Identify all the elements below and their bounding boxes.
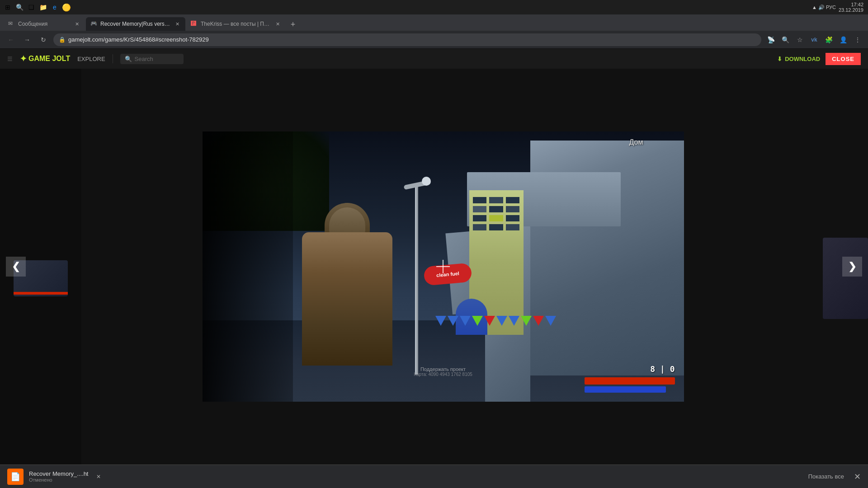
support-text-line2: Карта: 4090 4943 1762 8105 [414, 372, 472, 377]
cast-icon[interactable]: 📡 [765, 34, 777, 46]
extensions-icon[interactable]: 🧩 [823, 34, 835, 46]
address-bar: ← → ↻ 🔒 gamejolt.com/games/KrS/454868#sc… [0, 31, 868, 49]
search-icon[interactable]: 🔍 [779, 34, 791, 46]
tab-favicon-messages: ✉ [8, 20, 15, 28]
flag-blue-1 [435, 316, 446, 326]
gamejolt-navbar: ☰ ✦ GAME JOLT EXPLORE 🔍 Search ⬇ DOWNLOA… [0, 49, 868, 69]
menu-icon[interactable]: ⋮ [852, 34, 863, 46]
dom-waypoint-label: Дом [629, 138, 643, 146]
nav-menu-icon[interactable]: ☰ [7, 56, 13, 62]
taskbar-explorer[interactable]: 📁 [38, 2, 48, 12]
taskbar-left-icons: ⊞ 🔍 ❑ 📁 e 🟡 [0, 2, 74, 12]
taskbar-right: ▲ 🔊 РУС 17:42 23.12.2019 [807, 2, 868, 13]
nav-right-actions: ⬇ DOWNLOAD CLOSE [777, 53, 861, 65]
prev-arrow-button[interactable]: ❮ [6, 257, 26, 277]
left-chevron-icon: ❮ [12, 261, 20, 272]
left-dark-overlay [203, 131, 293, 402]
support-overlay: Поддержать проект Карта: 4090 4943 1762 … [414, 366, 472, 377]
forward-button[interactable]: → [21, 33, 33, 46]
support-text-line1: Поддержать проект [414, 366, 472, 372]
nav-divider [113, 54, 113, 63]
back-button[interactable]: ← [5, 33, 17, 46]
flag-blue-5 [509, 316, 519, 326]
tab-pikabu[interactable]: 🅿 TheKriss — все посты | Пикабу ✕ [186, 17, 286, 31]
tab-favicon-pikabu: 🅿 [191, 20, 198, 28]
tab-bar: ✉ Сообщения ✕ 🎮 Recover Memory|Rus versi… [0, 14, 868, 31]
url-bar[interactable]: 🔒 gamejolt.com/games/KrS/454868#screensh… [53, 33, 761, 46]
search-icon: 🔍 [125, 56, 132, 62]
flag-red-1 [484, 316, 495, 326]
download-info: Recover Memory_....ht Отменено [29, 470, 89, 483]
tab-title-recover: Recover Memory|Rus version by [100, 21, 171, 27]
flag-blue-6 [545, 316, 556, 326]
tab-close-messages[interactable]: ✕ [73, 20, 80, 28]
download-bar-close-button[interactable]: ✕ [854, 472, 861, 482]
close-button[interactable]: CLOSE [826, 53, 861, 65]
health-bar [585, 377, 675, 385]
window-lit [489, 215, 503, 221]
show-all-downloads-button[interactable]: Показать все [808, 473, 844, 480]
tab-recover-memory[interactable]: 🎮 Recover Memory|Rus version by ✕ [86, 17, 185, 31]
window [473, 224, 487, 230]
hud-overlay: 8 | 0 [585, 364, 675, 393]
lamp-post [415, 185, 418, 375]
download-item-close[interactable]: ✕ [94, 472, 103, 481]
vk-icon[interactable]: vk [808, 34, 820, 46]
download-file-icon: 📄 [7, 469, 24, 485]
screenshot-container: clean fuel [81, 69, 805, 465]
flag-red-2 [533, 316, 544, 326]
building-windows [473, 197, 520, 230]
file-type-icon: 📄 [10, 472, 20, 482]
flag-blue-3 [460, 316, 471, 326]
tab-messages[interactable]: ✉ Сообщения ✕ [4, 17, 85, 31]
window [506, 206, 520, 212]
bunting-flags [431, 310, 603, 326]
stamina-bar [585, 386, 666, 393]
explore-nav-item[interactable]: EXPLORE [77, 56, 105, 62]
flag-blue-4 [496, 316, 507, 326]
window [506, 215, 520, 221]
next-screenshot-area[interactable]: ❯ [836, 69, 868, 465]
crosshair [436, 260, 450, 273]
lamp-head [422, 177, 431, 186]
address-bar-right: 📡 🔍 ☆ vk 🧩 👤 ⋮ [765, 34, 863, 46]
security-lock-icon: 🔒 [59, 37, 66, 43]
search-placeholder: Search [135, 56, 153, 62]
url-text: gamejolt.com/games/KrS/454868#screenshot… [68, 36, 756, 43]
windows-start-button[interactable]: ⊞ [3, 2, 13, 12]
screenshot-image: clean fuel [203, 131, 684, 402]
taskbar-multitask[interactable]: ❑ [26, 2, 36, 12]
download-arrow-icon: ⬇ [777, 56, 782, 62]
tab-close-pikabu[interactable]: ✕ [274, 20, 281, 28]
tab-title-messages: Сообщения [18, 21, 71, 27]
content-area: ☰ ✦ GAME JOLT EXPLORE 🔍 Search ⬇ DOWNLOA… [0, 49, 868, 488]
search-bar[interactable]: 🔍 Search [120, 54, 184, 64]
taskbar-search[interactable]: 🔍 [14, 2, 24, 12]
taskbar-system-tray: ▲ 🔊 РУС [812, 5, 836, 10]
gamejolt-logo[interactable]: ✦ GAME JOLT [20, 54, 70, 64]
taskbar-chrome[interactable]: 🟡 [61, 2, 71, 12]
window [506, 197, 520, 203]
bookmark-icon[interactable]: ☆ [794, 34, 806, 46]
prev-screenshot-area[interactable]: ❮ [0, 69, 32, 465]
taskbar-edge[interactable]: e [50, 2, 60, 12]
reload-button[interactable]: ↻ [37, 33, 50, 46]
window [489, 224, 503, 230]
crosshair-vertical [443, 260, 443, 273]
flag-green-2 [521, 316, 532, 326]
profile-icon[interactable]: 👤 [837, 34, 849, 46]
next-arrow-button[interactable]: ❯ [842, 257, 862, 277]
gamejolt-star-icon: ✦ [20, 54, 27, 64]
window [473, 215, 487, 221]
windows-taskbar: ⊞ 🔍 ❑ 📁 e 🟡 ▲ 🔊 РУС 17:42 23.12.2019 [0, 0, 868, 14]
taskbar-time: 17:42 23.12.2019 [839, 2, 863, 13]
new-tab-button[interactable]: + [287, 18, 299, 31]
tab-close-recover[interactable]: ✕ [174, 20, 181, 28]
game-scene: clean fuel [203, 131, 684, 402]
browser-window: ✉ Сообщения ✕ 🎮 Recover Memory|Rus versi… [0, 14, 868, 488]
tab-favicon-recover: 🎮 [90, 20, 98, 28]
window [473, 197, 487, 203]
character-body [302, 232, 392, 366]
download-button[interactable]: ⬇ DOWNLOAD [777, 56, 820, 62]
download-status: Отменено [29, 477, 89, 483]
